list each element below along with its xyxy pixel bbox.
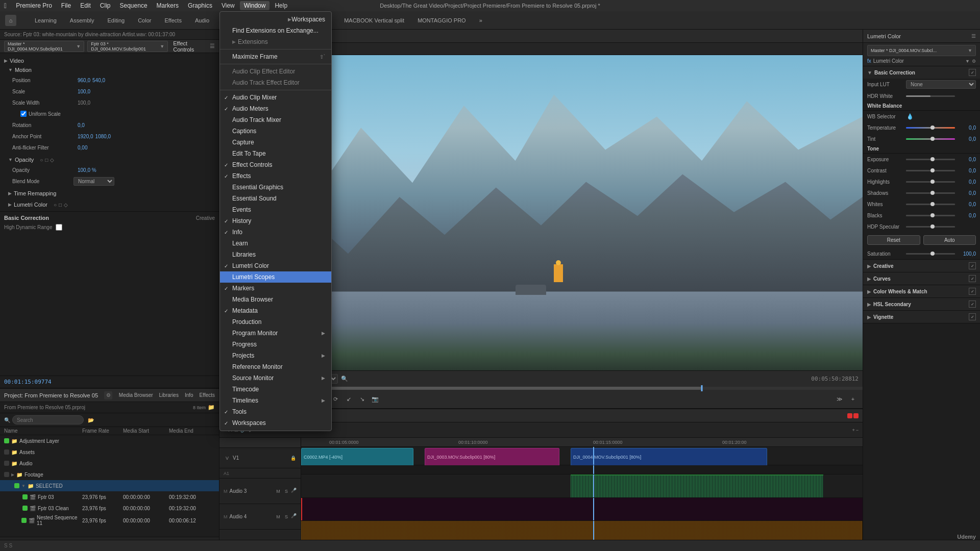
menu-markers[interactable]: ✓ Markers [220,283,331,294]
clip-dji0003[interactable]: DJI_0003.MOV.Subclip001 [80%] [425,448,559,466]
menu-file[interactable]: File [57,1,75,10]
lumetri-color-header[interactable]: ▶ Lumetri Color ○ □ ◇ [0,200,219,209]
audio4-mic[interactable]: 🎤 [291,513,297,520]
menu-timelines[interactable]: Timelines ▶ [220,395,331,406]
menu-audio-track-effect[interactable]: Audio Track Effect Editor [220,77,331,88]
menu-help[interactable]: Help [271,1,291,10]
item-fptr03-clean[interactable]: 🎬 Fptr 03 Clean 23,976 fps 00:00:00:00 0… [0,503,219,514]
export-frame-btn[interactable]: 📷 [370,393,381,405]
tab-info[interactable]: Info [185,392,193,398]
hdr-specular-slider[interactable] [906,226,955,228]
motion-header[interactable]: ▼ Motion [0,65,219,74]
settings-btn[interactable]: ≫ [834,393,845,405]
menu-effect-controls[interactable]: ✓ Effect Controls [220,159,331,170]
workspace-editing[interactable]: Editing [102,15,131,26]
menu-audio-clip-effect[interactable]: Audio Clip Effect Editor [220,66,331,77]
item-footage[interactable]: ▶ 📁 Footage [0,469,219,480]
workspace-audio[interactable]: Audio [189,15,215,26]
menu-premiere-pro[interactable]: Premiere Pro [12,1,56,10]
menu-program-monitor[interactable]: Program Monitor ▶ [220,328,331,339]
fullscreen-btn[interactable]: + [847,393,859,405]
basic-correction-header[interactable]: ▼ Basic Correction ✓ [863,66,980,79]
audio4-mute[interactable]: M [275,513,282,520]
insert-btn[interactable]: ↙ [343,393,354,405]
auto-button[interactable]: Auto [923,235,976,245]
item-audio[interactable]: 📁 Audio [0,458,219,469]
audio3-mic[interactable]: 🎤 [291,488,297,495]
item-adjustment-layer[interactable]: 📁 Adjustment Layer [0,435,219,446]
creative-header[interactable]: ▶ Creative ✓ [863,260,980,272]
home-icon[interactable]: ⌂ [5,15,16,26]
audio3-mute[interactable]: M [275,488,282,495]
menu-lumetri-color[interactable]: ✓ Lumetri Color [220,260,331,271]
audio3-solo[interactable]: S [283,488,290,495]
time-remapping-header[interactable]: ▶ Time Remapping [0,189,219,198]
color-wheels-header[interactable]: ▶ Color Wheels & Match ✓ [863,285,980,297]
lumetri-master-clip[interactable]: Master * DJI_0004.MOV.Subcl... ▼ [867,45,976,56]
hdr-checkbox[interactable] [56,224,62,231]
col-media-start[interactable]: Media Start [123,428,169,434]
timeline-zoom-out[interactable]: − [856,428,859,433]
vignette-toggle[interactable]: ✓ [969,313,976,320]
workspace-color[interactable]: Color [132,15,157,26]
source-clip-selector[interactable]: Fptr 03 * DJI_0004.MOV.Subclip001 ▼ [87,41,168,52]
highlights-slider[interactable] [906,181,955,183]
menu-projects[interactable]: Projects ▶ [220,350,331,361]
item-assets[interactable]: 📁 Assets [0,446,219,458]
item-nested-seq11[interactable]: 🎬 Nested Sequence 11 23,976 fps 00:00:00… [0,514,219,527]
whites-slider[interactable] [906,204,955,205]
menu-source-monitor[interactable]: Source Monitor ▶ [220,372,331,384]
menu-extensions[interactable]: ▶ Extensions [220,36,331,47]
temperature-slider[interactable] [906,127,955,129]
menu-graphics[interactable]: Graphics [184,1,216,10]
bc-toggle[interactable]: ✓ [969,69,976,76]
clip-dji0004[interactable]: DJI_0004.MOV.Subclip001 [80%] [571,448,767,466]
menu-progress[interactable]: Progress [220,339,331,350]
menu-edit-to-tape[interactable]: Edit To Tape [220,148,331,159]
menu-libraries[interactable]: Libraries [220,249,331,260]
panel-settings-icon[interactable]: ⚙ [104,391,112,399]
col-frame-rate[interactable]: Frame Rate [82,428,123,434]
workspace-macbook[interactable]: MACBOOK Vertical split [338,15,410,26]
menu-tools[interactable]: ✓ Tools [220,406,331,417]
hsl-toggle[interactable]: ✓ [969,300,976,308]
apple-icon[interactable]:  [4,2,7,10]
master-clip-selector[interactable]: Master * DJI_0004.MOV.Subclip001 ▼ [4,41,84,52]
project-search-input[interactable] [12,415,84,424]
workspace-effects[interactable]: Effects [158,15,187,26]
color-wheels-toggle[interactable]: ✓ [969,288,976,295]
menu-learn[interactable]: Learn [220,238,331,249]
menu-workspaces[interactable]: ▶ Workspaces [220,14,331,25]
creative-toggle[interactable]: ✓ [969,262,976,269]
add-bin-icon[interactable]: 📁 [208,404,215,411]
tab-media-browser[interactable]: Media Browser [119,392,153,398]
saturation-slider[interactable] [906,253,955,255]
workspace-assembly[interactable]: Assembly [64,15,101,26]
menu-workspaces2[interactable]: ✓ Workspaces [220,417,331,429]
curves-header[interactable]: ▶ Curves ✓ [863,272,980,285]
menu-essential-graphics[interactable]: Essential Graphics [220,182,331,193]
menu-markers[interactable]: Markers [153,1,183,10]
uniform-scale-checkbox[interactable] [20,111,27,117]
menu-audio-track-mixer[interactable]: Audio Track Mixer [220,114,331,126]
timeline-zoom-in[interactable]: + [852,428,854,433]
audio4-solo[interactable]: S [283,513,290,520]
tab-libraries[interactable]: Libraries [159,392,179,398]
hsl-secondary-header[interactable]: ▶ HSL Secondary ✓ [863,298,980,310]
clip-c0002[interactable]: C0002.MP4 [-40%] [301,448,413,466]
col-name[interactable]: Name [4,428,82,434]
menu-find-extensions[interactable]: Find Extensions on Exchange... [220,25,331,36]
menu-reference-monitor[interactable]: Reference Monitor [220,361,331,372]
track-v1-lock[interactable]: 🔒 [289,455,297,462]
menu-capture[interactable]: Capture [220,137,331,148]
item-fptr03[interactable]: 🎬 Fptr 03 23,976 fps 00:00:00:00 00:19:3… [0,491,219,503]
tab-effects[interactable]: Effects [200,392,215,398]
menu-production[interactable]: Production [220,316,331,328]
panel-menu-icon[interactable]: ☰ [210,43,215,49]
menu-edit[interactable]: Edit [76,1,95,10]
new-bin-icon[interactable]: 📂 [88,417,94,423]
menu-effects[interactable]: ✓ Effects [220,170,331,182]
menu-history[interactable]: ✓ History [220,215,331,227]
wb-eyedropper[interactable]: 💧 [906,112,914,120]
input-lut-select[interactable]: None [906,80,976,89]
